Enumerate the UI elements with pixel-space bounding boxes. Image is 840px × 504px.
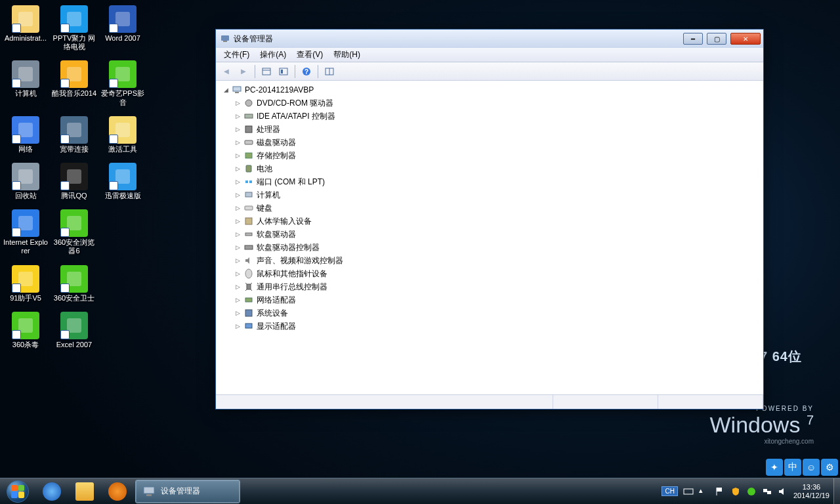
desktop-icon-91-helper[interactable]: 91助手V5 bbox=[3, 265, 49, 303]
desktop-icon-administrator[interactable]: Administrat... bbox=[3, 5, 49, 51]
desktop-icon-tencent-qq[interactable]: 腾讯QQ bbox=[51, 163, 97, 200]
tree-node[interactable]: ▷声音、视频和游戏控制器 bbox=[229, 254, 762, 267]
tree-node[interactable]: ▷IDE ATA/ATAPI 控制器 bbox=[229, 110, 762, 123]
360-browser-icon bbox=[60, 209, 88, 237]
widget-gear-icon[interactable]: ⚙ bbox=[821, 459, 838, 476]
expand-icon[interactable]: ▷ bbox=[234, 152, 242, 159]
expand-icon[interactable]: ▷ bbox=[234, 218, 242, 225]
close-button[interactable]: ✕ bbox=[730, 33, 761, 45]
expand-icon[interactable]: ▷ bbox=[234, 284, 242, 291]
expand-icon[interactable]: ▷ bbox=[234, 244, 242, 251]
desktop-icon-360-safe[interactable]: 360安全卫士 bbox=[51, 265, 97, 303]
device-category-icon bbox=[243, 111, 254, 121]
start-button[interactable] bbox=[0, 478, 35, 505]
desktop-icon-word2007[interactable]: Word 2007 bbox=[100, 5, 146, 51]
expand-icon[interactable]: ▷ bbox=[234, 323, 242, 330]
language-indicator[interactable]: CH bbox=[662, 486, 677, 496]
expand-icon[interactable]: ▷ bbox=[234, 297, 242, 304]
broadband-icon bbox=[60, 116, 88, 144]
minimize-button[interactable]: ━ bbox=[683, 33, 703, 45]
device-category-icon bbox=[243, 124, 254, 135]
tree-node[interactable]: ▷计算机 bbox=[229, 188, 762, 201]
collapse-icon[interactable]: ◢ bbox=[222, 87, 230, 94]
desktop-icon-ie[interactable]: Internet Explorer bbox=[3, 209, 49, 255]
expand-icon[interactable]: ▷ bbox=[234, 231, 242, 238]
desktop-icon-pptv[interactable]: PPTV聚力 网络电视 bbox=[51, 5, 97, 51]
desktop-icon-activation-tool[interactable]: 激活工具 bbox=[100, 116, 146, 154]
tree-node[interactable]: ▷系统设备 bbox=[229, 306, 762, 320]
taskbar-task-label: 设备管理器 bbox=[161, 486, 200, 497]
pinned-media-player[interactable] bbox=[101, 479, 134, 504]
desktop-icon-network[interactable]: 网络 bbox=[3, 116, 49, 154]
svg-rect-51 bbox=[717, 488, 722, 492]
svg-rect-28 bbox=[233, 87, 241, 91]
tree-root[interactable]: ◢ PC-20141219AVBP bbox=[217, 83, 762, 96]
tree-node-label: 磁盘驱动器 bbox=[257, 137, 296, 148]
widget-ime-icon[interactable]: 中 bbox=[784, 459, 801, 476]
scan-button[interactable] bbox=[276, 64, 291, 79]
expand-icon[interactable]: ▷ bbox=[234, 310, 242, 317]
tree-node[interactable]: ▷鼠标和其他指针设备 bbox=[229, 267, 762, 280]
tray-shield-icon[interactable] bbox=[730, 486, 741, 497]
menu-help[interactable]: 帮助(H) bbox=[328, 48, 366, 62]
expand-icon[interactable]: ▷ bbox=[234, 165, 242, 173]
tree-node[interactable]: ▷键盘 bbox=[229, 201, 762, 215]
details-button[interactable] bbox=[322, 64, 337, 79]
tray-chevron-icon[interactable]: ▴ bbox=[699, 486, 709, 497]
desktop-icon-excel2007[interactable]: Excel 2007 bbox=[51, 312, 97, 349]
tree-node[interactable]: ▷处理器 bbox=[229, 123, 762, 136]
desktop-icon-label: 酷我音乐2014 bbox=[52, 89, 96, 98]
desktop-icon-360-antivirus[interactable]: 360杀毒 bbox=[3, 312, 49, 349]
tray-volume-icon[interactable] bbox=[778, 486, 788, 497]
tray-keyboard-icon[interactable] bbox=[683, 486, 694, 497]
titlebar[interactable]: 设备管理器 ━ ▢ ✕ bbox=[216, 30, 763, 48]
tree-node[interactable]: ▷软盘驱动器 bbox=[229, 228, 762, 241]
expand-icon[interactable]: ▷ bbox=[234, 126, 242, 133]
91-helper-icon bbox=[12, 265, 39, 293]
tray-clock[interactable]: 13:36 2014/12/19 bbox=[793, 483, 830, 499]
menu-action[interactable]: 操作(A) bbox=[255, 48, 291, 62]
pinned-ie[interactable] bbox=[35, 479, 68, 504]
tree-node[interactable]: ▷网络适配器 bbox=[229, 293, 762, 306]
tree-node[interactable]: ▷通用串行总线控制器 bbox=[229, 280, 762, 293]
svg-rect-2 bbox=[116, 12, 130, 26]
device-category-icon bbox=[243, 282, 254, 292]
expand-icon[interactable]: ▷ bbox=[234, 257, 242, 264]
desktop-icon-360-browser[interactable]: 360安全浏览器6 bbox=[51, 209, 97, 255]
expand-icon[interactable]: ▷ bbox=[234, 192, 242, 199]
tree-node[interactable]: ▷软盘驱动器控制器 bbox=[229, 241, 762, 254]
help-button[interactable]: ? bbox=[299, 64, 314, 79]
tree-node[interactable]: ▷磁盘驱动器 bbox=[229, 136, 762, 149]
desktop-icon-thunder[interactable]: 迅雷极速版 bbox=[100, 163, 146, 200]
expand-icon[interactable]: ▷ bbox=[234, 178, 242, 186]
desktop-icon-broadband[interactable]: 宽带连接 bbox=[51, 116, 97, 154]
expand-icon[interactable]: ▷ bbox=[234, 205, 242, 212]
tree-node[interactable]: ▷显示适配器 bbox=[229, 320, 762, 333]
taskbar-task-device-manager[interactable]: 设备管理器 bbox=[135, 480, 240, 503]
desktop-icon-iqiyi-pps[interactable]: 爱奇艺PPS影音 bbox=[100, 60, 146, 106]
expand-icon[interactable]: ▷ bbox=[234, 113, 242, 120]
show-desktop-button[interactable] bbox=[833, 478, 840, 505]
desktop-icon-kuwo[interactable]: 酷我音乐2014 bbox=[51, 60, 97, 106]
pinned-explorer[interactable] bbox=[68, 479, 101, 504]
widget-paw-icon[interactable]: ✦ bbox=[766, 459, 783, 476]
menu-view[interactable]: 查看(V) bbox=[291, 48, 328, 62]
tree-node[interactable]: ▷人体学输入设备 bbox=[229, 215, 762, 228]
expand-icon[interactable]: ▷ bbox=[234, 139, 242, 146]
desktop-icon-recycle-bin[interactable]: 回收站 bbox=[3, 163, 49, 200]
expand-icon[interactable]: ▷ bbox=[234, 270, 242, 278]
menu-file[interactable]: 文件(F) bbox=[219, 48, 255, 62]
tray-360-icon[interactable] bbox=[746, 486, 757, 497]
tree-node[interactable]: ▷电池 bbox=[229, 162, 762, 175]
show-hidden-button[interactable] bbox=[259, 64, 274, 79]
device-tree[interactable]: ◢ PC-20141219AVBP ▷DVD/CD-ROM 驱动器▷IDE AT… bbox=[216, 81, 763, 394]
tray-flag-icon[interactable] bbox=[715, 486, 725, 497]
tree-node[interactable]: ▷端口 (COM 和 LPT) bbox=[229, 175, 762, 188]
tree-node[interactable]: ▷DVD/CD-ROM 驱动器 bbox=[229, 96, 762, 110]
tray-network-icon[interactable] bbox=[762, 486, 772, 497]
maximize-button[interactable]: ▢ bbox=[707, 33, 726, 45]
desktop-icon-computer[interactable]: 计算机 bbox=[3, 60, 49, 106]
expand-icon[interactable]: ▷ bbox=[234, 100, 242, 107]
tree-node[interactable]: ▷存储控制器 bbox=[229, 149, 762, 162]
widget-smiley-icon[interactable]: ☺ bbox=[803, 459, 820, 476]
